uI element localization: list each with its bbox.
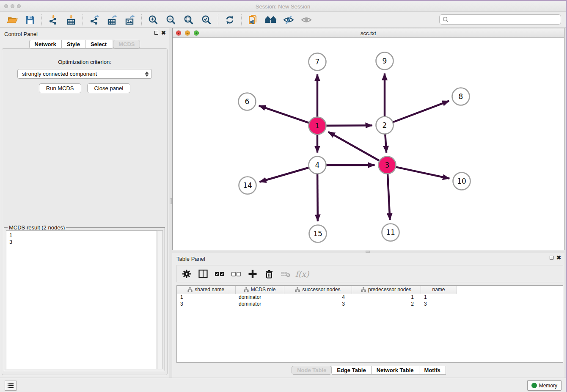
column-header-name[interactable]: name	[421, 286, 457, 294]
close-panel-icon[interactable]: ✖	[556, 255, 561, 260]
open-network-file-button[interactable]	[246, 14, 260, 26]
graph-node-7[interactable]: 7	[309, 53, 326, 71]
main-toolbar	[0, 12, 566, 28]
control-panel-tabs: Network Style Select MCDS	[0, 40, 169, 49]
search-field[interactable]	[439, 14, 561, 25]
tab-edge-table[interactable]: Edge Table	[332, 366, 371, 375]
column-header-predecessor-nodes[interactable]: predecessor nodes	[352, 286, 421, 294]
edge-3-10[interactable]	[396, 167, 449, 178]
node-label: 10	[457, 177, 466, 185]
run-mcds-button[interactable]: Run MCDS	[39, 83, 81, 93]
edge-3-1[interactable]	[328, 132, 380, 160]
edge-2-3[interactable]	[385, 134, 386, 152]
graph-node-14[interactable]: 14	[239, 177, 256, 194]
float-panel-icon[interactable]	[154, 31, 158, 35]
close-panel-button[interactable]: Close panel	[87, 83, 131, 93]
result-scrollbar[interactable]	[157, 230, 163, 369]
edge-1-2[interactable]	[326, 125, 372, 126]
graph-node-2[interactable]: 2	[376, 117, 394, 134]
node-label: 11	[386, 228, 395, 237]
tab-motifs[interactable]: Motifs	[419, 366, 446, 375]
node-label: 14	[243, 181, 252, 190]
graph-node-10[interactable]: 10	[453, 173, 471, 190]
network-window-titlebar[interactable]: × – + scc.txt	[173, 28, 564, 38]
delete-column-button[interactable]	[263, 268, 275, 280]
main-titlebar: Session: New Session	[0, 1, 566, 12]
tab-style[interactable]: Style	[62, 40, 85, 49]
export-table-icon	[107, 14, 118, 25]
application-window: Session: New Session	[0, 1, 566, 392]
save-session-button[interactable]	[23, 14, 37, 26]
graph-node-11[interactable]: 11	[382, 224, 399, 241]
tab-network-table[interactable]: Network Table	[372, 366, 419, 375]
show-graphics-details-button[interactable]	[300, 14, 313, 26]
tab-network[interactable]: Network	[29, 40, 62, 49]
tab-node-table[interactable]: Node Table	[292, 366, 332, 375]
select-all-button[interactable]	[213, 268, 226, 280]
show-column-panel-button[interactable]	[197, 268, 209, 280]
graph-node-15[interactable]: 15	[309, 225, 327, 243]
edge-3-11[interactable]	[388, 174, 390, 220]
network-window-title: scc.txt	[173, 30, 564, 36]
tab-select[interactable]: Select	[85, 40, 112, 49]
export-image-button[interactable]	[123, 14, 137, 26]
zoom-fit-button[interactable]	[182, 14, 195, 26]
graph-node-6[interactable]: 6	[239, 93, 256, 110]
home-icons	[265, 14, 277, 25]
table-settings-button[interactable]	[180, 268, 193, 280]
search-icon	[442, 16, 449, 23]
column-header-mcds-role[interactable]: MCDS role	[235, 286, 284, 294]
control-panel-header: Control Panel ✖	[0, 28, 169, 40]
mcds-panel-body: Optimization criterion: strongly connect…	[2, 48, 168, 375]
refresh-button[interactable]	[223, 14, 237, 26]
table-panel-title: Table Panel	[176, 256, 205, 262]
import-network-button[interactable]	[47, 14, 60, 26]
edge-2-8[interactable]	[393, 101, 449, 122]
deselect-all-button[interactable]	[230, 268, 242, 280]
tab-mcds[interactable]: MCDS	[113, 40, 140, 49]
edge-4-14[interactable]	[259, 168, 309, 182]
eye-disabled-icon	[301, 14, 312, 25]
export-table-button[interactable]	[105, 14, 119, 26]
table-row[interactable]: 3 dominator 3 2 3	[177, 301, 457, 307]
node-label: 2	[383, 121, 387, 130]
graph-node-1[interactable]: 1	[309, 117, 326, 135]
mcds-result-text[interactable]: 1 3	[6, 230, 157, 369]
create-column-button[interactable]	[246, 268, 259, 280]
control-panel: Control Panel ✖ Network Style Select MCD…	[0, 28, 169, 378]
network-canvas[interactable]: 7968124314101511	[173, 38, 564, 250]
table-row[interactable]: 1 dominator 4 1 1	[177, 294, 457, 301]
import-table-button[interactable]	[64, 14, 78, 26]
plus-icon	[248, 269, 258, 279]
graph-node-3[interactable]: 3	[379, 157, 396, 174]
zoom-selected-button[interactable]	[200, 14, 213, 26]
eye-slash-icon	[283, 14, 294, 25]
search-input[interactable]	[449, 16, 561, 23]
table-panel-tabs: Node Table Edge Table Network Table Moti…	[172, 364, 564, 376]
zoom-selected-icon	[201, 14, 212, 25]
column-header-successor-nodes[interactable]: successor nodes	[284, 286, 352, 294]
edge-1-6[interactable]	[259, 106, 309, 123]
optimization-criterion-select[interactable]: strongly connected component	[17, 69, 152, 79]
vertical-splitter-grip[interactable]	[170, 198, 172, 204]
column-header-shared-name[interactable]: shared name	[177, 286, 235, 294]
export-network-button[interactable]	[88, 14, 101, 26]
memory-label: Memory	[539, 383, 557, 389]
node-label: 4	[315, 161, 320, 169]
memory-button[interactable]: Memory	[527, 380, 561, 391]
node-label: 15	[313, 229, 322, 238]
home-layout-button[interactable]	[264, 14, 278, 26]
node-label: 9	[383, 57, 387, 65]
hide-graphics-details-button[interactable]	[282, 14, 295, 26]
graph-node-8[interactable]: 8	[452, 88, 470, 105]
float-panel-icon[interactable]	[550, 256, 553, 259]
open-session-button[interactable]	[6, 14, 19, 26]
zoom-out-button[interactable]	[164, 14, 178, 26]
graph-node-4[interactable]: 4	[309, 157, 326, 174]
task-history-button[interactable]	[5, 381, 17, 391]
node-label: 8	[459, 92, 463, 101]
edge-4-15[interactable]	[317, 174, 318, 221]
graph-node-9[interactable]: 9	[376, 52, 394, 70]
close-panel-icon[interactable]: ✖	[161, 30, 166, 35]
zoom-in-button[interactable]	[146, 14, 160, 26]
